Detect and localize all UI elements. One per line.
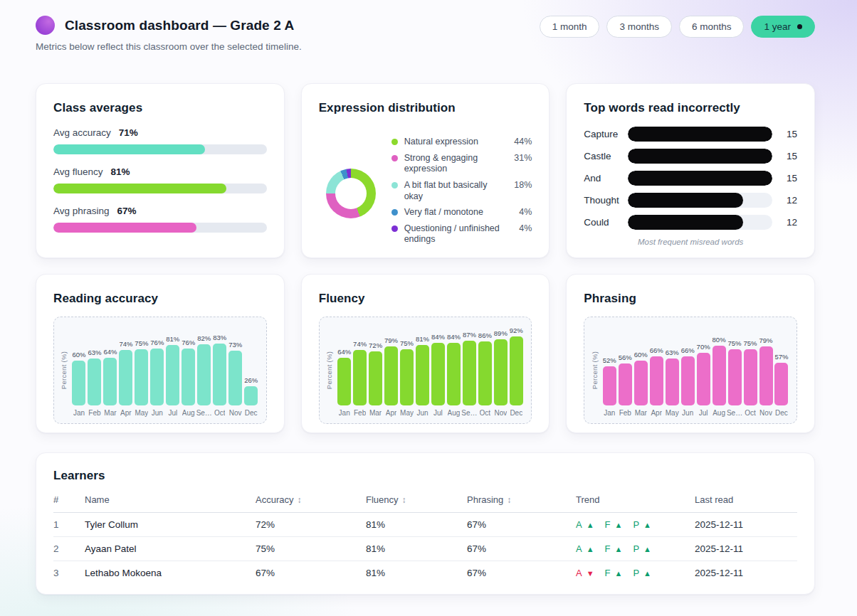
bar-column: 60%Jan [71, 351, 87, 418]
bar [447, 343, 461, 405]
trend-letter: F [605, 519, 611, 530]
month-label: Dec [510, 409, 522, 418]
bar-column: 74%Feb [352, 340, 368, 418]
learner-name: Tyler Collum [85, 513, 256, 537]
word-label: Could [584, 217, 628, 228]
legend-dot-icon [391, 139, 398, 145]
bar [666, 359, 679, 405]
average-metric: Avg fluency81% [53, 166, 267, 193]
legend-label: Very flat / monotone [404, 207, 513, 218]
month-label: Dec [245, 409, 258, 418]
metric-head: Avg accuracy71% [53, 127, 267, 138]
column-header-phrasing[interactable]: Phrasing↕ [467, 490, 576, 513]
word-count: 15 [782, 173, 797, 184]
learner-accuracy: 72% [256, 513, 366, 537]
bar [619, 363, 632, 405]
word-row: Thought12 [584, 193, 797, 208]
legend-value: 4% [519, 223, 532, 235]
trend-letter: F [605, 568, 611, 578]
summary-row: Class averages Avg accuracy71%Avg fluenc… [36, 83, 815, 258]
progress-track [53, 184, 267, 193]
month-label: Se… [727, 409, 742, 418]
column-header-trend: Trend [576, 490, 695, 513]
bar-column: 86%Oct [477, 331, 493, 418]
bar-value-label: 60% [634, 351, 648, 359]
row-number: 1 [53, 513, 85, 537]
timeline-pill-1-month[interactable]: 1 month [540, 16, 600, 38]
trend-letter: A [576, 519, 582, 530]
month-label: Nov [494, 409, 507, 418]
column-header-last-read: Last read [695, 490, 797, 513]
metric-label: Avg phrasing [53, 206, 110, 216]
month-label: Jul [699, 409, 708, 418]
column-header-accuracy[interactable]: Accuracy↕ [256, 490, 366, 513]
bar-column: 81%Jun [415, 335, 431, 418]
legend-item: Strong & engaging expression31% [391, 153, 532, 175]
bar-column: 72%Mar [368, 341, 384, 418]
learners-table: #NameAccuracy↕Fluency↕Phrasing↕TrendLast… [53, 490, 797, 585]
trend-arrow-icon: ▲ [643, 521, 651, 529]
y-axis-label: Percent (%) [591, 351, 599, 388]
bar-value-label: 66% [681, 346, 695, 354]
bar [510, 336, 523, 405]
trend-letter: A [576, 543, 582, 554]
bar [119, 350, 132, 405]
column-header-label: Accuracy [256, 494, 293, 505]
page-title: Classroom dashboard — Grade 2 A [65, 18, 294, 33]
bar-value-label: 81% [416, 335, 429, 343]
month-label: Apr [386, 409, 397, 418]
column-header-label: Name [85, 494, 110, 505]
timeline-pill-3-months[interactable]: 3 months [606, 16, 672, 38]
word-count: 15 [782, 129, 797, 139]
timeline-filter: 1 month3 months6 months1 year [540, 16, 815, 38]
bar-value-label: 84% [431, 333, 445, 341]
bar-value-label: 75% [744, 339, 757, 347]
timeline-pill-label: 1 year [764, 21, 791, 32]
word-row: Capture15 [584, 127, 797, 142]
metric-label: Avg fluency [53, 166, 103, 177]
column-header-label: # [53, 494, 58, 505]
legend-value: 18% [514, 180, 532, 191]
word-bar-fill [628, 171, 772, 186]
bar [228, 351, 242, 405]
trend-indicator: A▲ [576, 519, 594, 530]
month-label: Feb [354, 409, 366, 418]
trend-indicator: F▲ [605, 568, 623, 578]
trend-letter: A [576, 568, 582, 578]
bar [103, 358, 117, 405]
learners-card: Learners #NameAccuracy↕Fluency↕Phrasing↕… [36, 452, 815, 595]
learner-last-read: 2025-12-11 [695, 561, 797, 585]
fluency-card: FluencyPercent (%)64%Jan74%Feb72%Mar79%A… [301, 274, 550, 433]
class-averages-title: Class averages [53, 101, 267, 115]
learner-phrasing: 67% [467, 561, 576, 585]
month-label: Jul [433, 409, 443, 418]
bar-column: 76%Jun [149, 339, 165, 418]
charts-row: Reading accuracyPercent (%)60%Jan63%Feb6… [36, 274, 815, 433]
bar-column: 75%May [134, 339, 149, 418]
bar-value-label: 79% [759, 336, 772, 344]
sort-icon: ↕ [402, 495, 406, 505]
word-label: Thought [584, 195, 628, 206]
month-label: Dec [775, 409, 788, 418]
column-header-fluency[interactable]: Fluency↕ [366, 490, 467, 513]
legend-value: 44% [514, 137, 532, 148]
top-words-caption: Most frequent misread words [584, 238, 797, 246]
bar-column: 73%Nov [228, 341, 243, 418]
word-row: And15 [584, 171, 797, 186]
metric-label: Avg accuracy [53, 127, 111, 138]
timeline-pill-6-months[interactable]: 6 months [679, 16, 745, 38]
month-label: Jan [604, 409, 615, 418]
month-label: Apr [120, 409, 132, 418]
timeline-pill-label: 3 months [619, 21, 659, 32]
progress-track [53, 223, 267, 233]
bars-area: 60%Jan63%Feb64%Mar74%Apr75%May76%Jun81%J… [71, 322, 259, 418]
trend-letter: F [605, 543, 611, 554]
legend-label: Strong & engaging expression [404, 153, 508, 175]
timeline-pill-1-year[interactable]: 1 year [751, 16, 815, 38]
learner-fluency: 81% [366, 537, 467, 561]
bars-area: 52%Jan56%Feb60%Mar66%Apr63%May66%Jun70%J… [601, 322, 789, 418]
phrasing-card: PhrasingPercent (%)52%Jan56%Feb60%Mar66%… [566, 274, 815, 433]
bar [713, 346, 726, 405]
active-indicator-dot [797, 24, 802, 29]
legend-item: Questioning / unfinished endings4% [391, 223, 532, 245]
